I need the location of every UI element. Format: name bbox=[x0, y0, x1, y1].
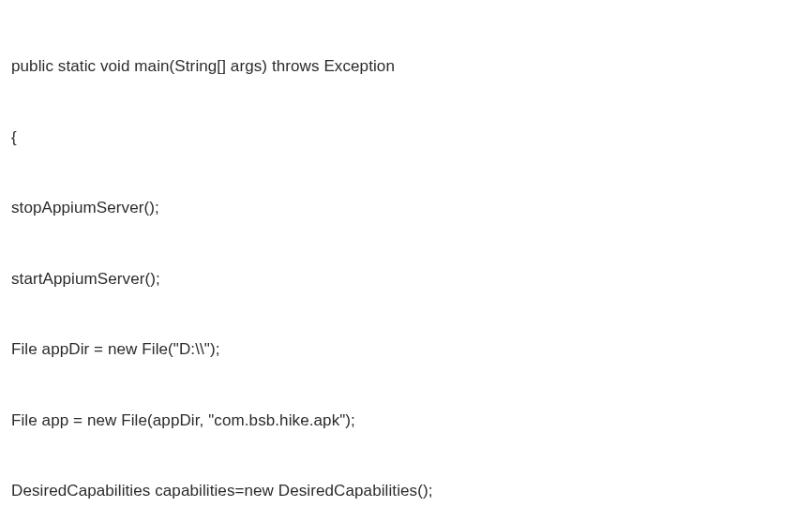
code-line: File app = new File(appDir, "com.bsb.hik… bbox=[11, 409, 801, 432]
code-line: stopAppiumServer(); bbox=[11, 196, 801, 219]
code-line: public static void main(String[] args) t… bbox=[11, 54, 801, 78]
code-snippet: public static void main(String[] args) t… bbox=[11, 7, 801, 507]
code-line: { bbox=[11, 126, 801, 149]
code-line: DesiredCapabilities capabilities=new Des… bbox=[11, 479, 801, 502]
code-line: File appDir = new File("D:\\"); bbox=[11, 337, 801, 361]
code-line: startAppiumServer(); bbox=[11, 267, 801, 291]
